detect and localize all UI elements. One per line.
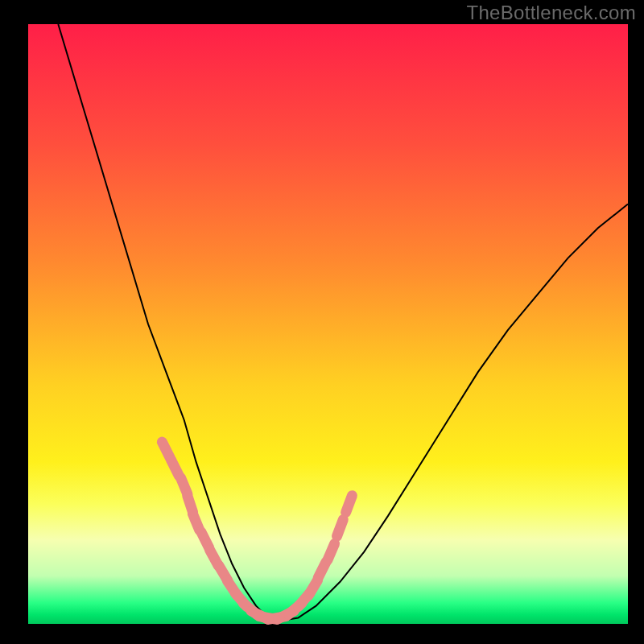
plot-background	[28, 24, 628, 624]
marker-capsule	[337, 520, 344, 537]
marker-capsule	[346, 496, 353, 513]
marker-capsule	[328, 544, 335, 560]
watermark-text: TheBottleneck.com	[466, 2, 636, 24]
chart-canvas	[0, 0, 644, 644]
